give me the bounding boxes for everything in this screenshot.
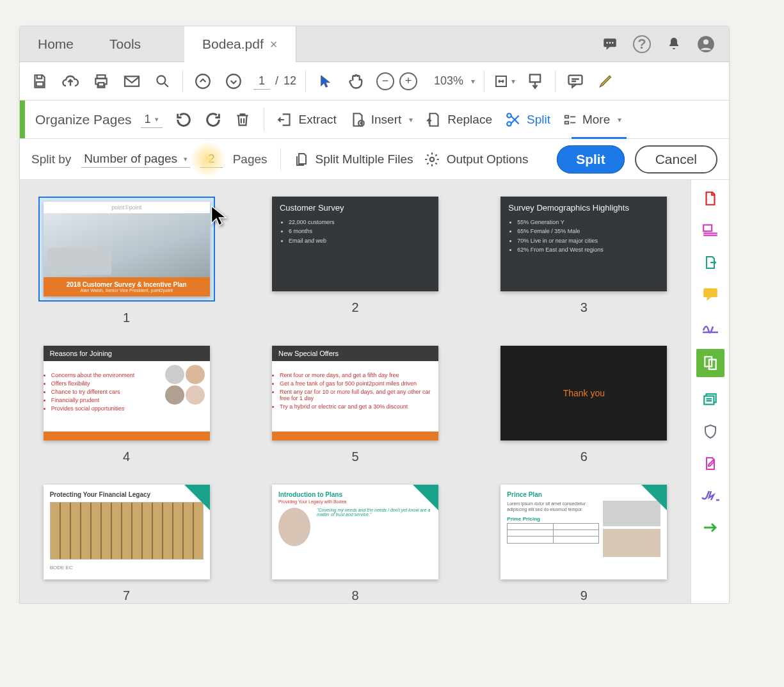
extract-button[interactable]: Extract [271,108,343,132]
tab-document-label: Bodea.pdf [202,36,264,52]
split-confirm-button[interactable]: Split [557,145,625,174]
svg-point-11 [196,74,210,88]
page-counter: 1 / 12 [253,73,296,90]
tab-home-label: Home [38,36,74,52]
more-tools-icon[interactable] [701,518,720,537]
zoom-level-selector[interactable]: 1▾ [141,111,163,128]
tab-document[interactable]: Bodea.pdf × [184,26,296,62]
page-thumbnail-2[interactable]: Customer Survey 22,000 customers6 months… [260,197,450,325]
tab-tools[interactable]: Tools [92,26,159,62]
split-method-value: Number of pages [84,152,177,166]
organize-pages-icon[interactable] [696,349,724,377]
reading-mode-icon[interactable] [524,70,546,92]
slide1-title: 2018 Customer Survey & Incentive Plan [67,281,187,288]
highlighter-icon[interactable] [595,70,617,92]
export-pdf-icon[interactable] [701,253,720,272]
edit-pdf-icon[interactable] [701,454,720,473]
output-options-button[interactable]: Output Options [424,151,529,168]
page-thumbnail-7[interactable]: Protecting Your Financial Legacy BODE EC… [31,485,221,603]
comment-icon[interactable] [564,70,586,92]
slide6-title: Thank you [563,388,605,398]
cloud-upload-icon[interactable] [60,70,81,92]
replace-label: Replace [447,113,492,127]
page-thumbnail-9[interactable]: Prince Plan Lorem ipsum dolor sit amet c… [489,485,679,603]
svg-point-21 [429,157,434,161]
insert-button[interactable]: Insert▾ [343,108,420,132]
insert-label: Insert [371,113,402,127]
page-thumbnail-1[interactable]: point①point 2018 Customer Survey & Incen… [31,197,221,325]
search-icon[interactable] [152,70,173,92]
sign-icon[interactable] [701,486,720,505]
rotate-ccw-icon[interactable] [172,108,196,132]
page-number: 4 [123,449,130,464]
split-label: Split [527,113,550,127]
cancel-button[interactable]: Cancel [635,145,717,174]
svg-rect-15 [569,75,582,84]
create-pdf-icon[interactable] [701,189,720,208]
output-options-label: Output Options [447,152,529,166]
protect-icon[interactable] [701,422,720,441]
help-icon[interactable]: ? [633,35,651,53]
split-count-suffix: Pages [233,152,268,166]
svg-rect-26 [704,396,714,405]
close-tab-icon[interactable]: × [270,37,278,52]
split-method-select[interactable]: Number of pages▾ [81,150,190,168]
split-count-input[interactable]: 2 [200,150,223,168]
page-thumbnail-6[interactable]: Thank you 6 [489,346,679,464]
email-icon[interactable] [121,70,143,92]
chat-icon[interactable] [601,35,619,53]
comment-tool-icon[interactable] [701,285,720,304]
split-multiple-files-button[interactable]: Split Multiple Files [294,151,413,168]
notifications-icon[interactable] [665,35,683,53]
fit-width-icon[interactable]: ▾ [493,70,515,92]
fill-sign-icon[interactable] [701,317,720,336]
page-number: 1 [123,311,130,325]
split-options-bar: Split by Number of pages▾ 2 Pages Split … [20,139,729,180]
tab-tools-label: Tools [109,36,141,52]
replace-button[interactable]: Replace [419,108,499,132]
page-number: 5 [351,449,358,464]
page-thumbnail-8[interactable]: Introduction to Plans Providing Your Leg… [260,485,450,603]
slide1-sub: Alan Walsh, Senior Vice President, point… [49,288,205,293]
svg-rect-9 [125,76,139,86]
page-thumbnail-5[interactable]: New Special Offers Rent four or more day… [260,346,450,464]
svg-rect-6 [36,82,44,86]
svg-rect-22 [703,225,712,231]
more-button[interactable]: More▾ [557,109,628,131]
page-sep: / [275,74,278,88]
tab-home[interactable]: Home [20,26,92,62]
delete-icon[interactable] [230,108,255,132]
slide5-title: New Special Offers [272,346,438,361]
svg-point-5 [703,39,708,44]
save-icon[interactable] [29,70,51,92]
svg-point-18 [507,122,511,126]
slide7-title: Protecting Your Financial Legacy [50,491,204,498]
zoom-caret-icon[interactable]: ▾ [471,77,475,86]
zoom-in-icon[interactable]: + [399,72,417,90]
split-multiple-label: Split Multiple Files [316,152,413,166]
page-number: 3 [580,300,588,315]
select-tool-icon[interactable] [315,70,337,92]
split-by-label: Split by [31,152,71,166]
split-button[interactable]: Split [499,108,557,132]
extract-label: Extract [299,113,337,127]
account-icon[interactable] [697,35,715,53]
organize-accent [20,101,25,138]
page-down-icon[interactable] [223,70,244,92]
redact-icon[interactable] [701,390,720,409]
right-tool-rail [691,180,729,603]
page-thumbnail-3[interactable]: Survey Demographics Highlights 55% Gener… [489,197,679,325]
pan-tool-icon[interactable] [346,70,367,92]
zoom-level[interactable]: 103% [434,74,463,88]
zoom-out-icon[interactable]: − [376,72,394,90]
slide2-title: Customer Survey [280,203,431,213]
page-thumbnails-area[interactable]: point①point 2018 Customer Survey & Incen… [20,180,691,603]
combine-icon[interactable] [701,221,720,240]
slide8-title: Introduction to Plans [278,491,432,498]
svg-point-12 [227,74,241,88]
rotate-cw-icon[interactable] [201,108,225,132]
print-icon[interactable] [90,70,112,92]
page-up-icon[interactable] [192,70,214,92]
page-current-input[interactable]: 1 [253,73,270,90]
page-thumbnail-4[interactable]: Reasons for Joining Concerns about the e… [31,346,221,464]
